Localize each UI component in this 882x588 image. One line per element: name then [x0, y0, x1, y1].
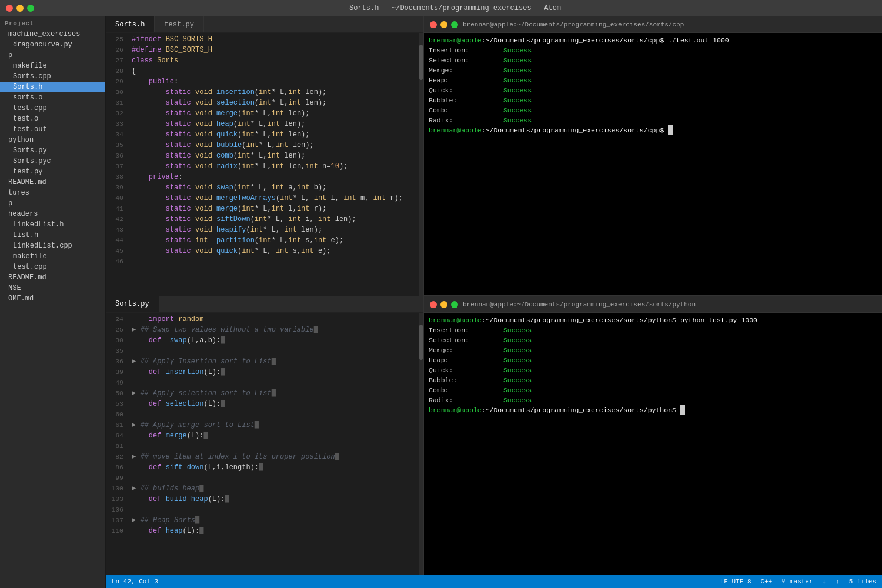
terminal-cpp-title: brennan@apple:~/Documents/programming_ex… — [463, 21, 876, 28]
window-title: Sorts.h — ~/Documents/programming_exerci… — [34, 4, 876, 12]
sortsh-tab-bar: Sorts.h test.py — [106, 16, 423, 33]
term-py-close[interactable] — [430, 301, 437, 308]
terminal-python-header: brennan@apple:~/Documents/programming_ex… — [424, 296, 882, 313]
project-header: Project — [0, 16, 105, 29]
term-minimize[interactable] — [440, 21, 447, 28]
sidebar-item-testcpp2[interactable]: test.cpp — [0, 262, 105, 272]
status-files: 5 files — [849, 578, 876, 585]
sortsh-code[interactable]: #ifndef BSC_SORTS_H #define BSC_SORTS_H … — [128, 33, 419, 296]
sidebar-item-testpy[interactable]: test.py — [0, 166, 105, 177]
scrollbar-sortsh[interactable] — [419, 33, 423, 296]
sidebar-item-nse[interactable]: NSE — [0, 283, 105, 293]
terminal-cpp-body[interactable]: brennan@apple:~/Documents/programming_ex… — [424, 33, 882, 138]
sidebar-item-testout[interactable]: test.out — [0, 124, 105, 135]
sidebar: Project machine_exercises dragoncurve.py… — [0, 16, 106, 588]
terminal-cpp: brennan@apple:~/Documents/programming_ex… — [424, 16, 882, 296]
status-position: Ln 42, Col 3 — [112, 578, 158, 585]
terminal-cpp-traffic — [430, 21, 458, 28]
terminal-python-title: brennan@apple:~/Documents/programming_ex… — [463, 301, 876, 308]
term-maximize[interactable] — [451, 21, 458, 28]
status-bar: Ln 42, Col 3 LF UTF-8 C++ ⑂ master ↓ ↑ 5… — [106, 575, 882, 588]
top-bar: Sorts.h — ~/Documents/programming_exerci… — [0, 0, 882, 16]
sidebar-item-makefile2[interactable]: makefile — [0, 251, 105, 262]
sidebar-item-dragoncurve[interactable]: dragoncurve.py — [0, 39, 105, 50]
sidebar-item-testo[interactable]: test.o — [0, 113, 105, 124]
maximize-button[interactable] — [27, 5, 34, 12]
sidebar-item-python[interactable]: python — [0, 135, 105, 145]
sortspy-tab-bar: Sorts.py — [106, 296, 423, 313]
term-py-minimize[interactable] — [440, 301, 447, 308]
minimize-button[interactable] — [16, 5, 24, 12]
sidebar-item-sortsh[interactable]: Sorts.h — [0, 82, 105, 92]
scrollbar-sortspy[interactable] — [419, 313, 423, 576]
sidebar-item-machine-exercises[interactable]: machine_exercises — [0, 29, 105, 39]
tab-sortspy[interactable]: Sorts.py — [106, 296, 159, 312]
tab-testpy[interactable]: test.py — [155, 16, 203, 32]
terminal-cpp-header: brennan@apple:~/Documents/programming_ex… — [424, 16, 882, 33]
status-encoding: LF UTF-8 — [720, 578, 751, 585]
traffic-lights — [6, 5, 34, 12]
sidebar-item-readme2[interactable]: README.md — [0, 272, 105, 283]
terminal-python: brennan@apple:~/Documents/programming_ex… — [424, 296, 882, 575]
status-down-icon: ↓ — [823, 578, 827, 585]
status-right: LF UTF-8 C++ ⑂ master ↓ ↑ 5 files — [720, 578, 876, 585]
status-up-icon: ↑ — [836, 578, 840, 585]
sidebar-item-readmemd[interactable]: README.md — [0, 177, 105, 188]
sidebar-item-p2[interactable]: p — [0, 198, 105, 209]
sidebar-item-p1[interactable]: p — [0, 50, 105, 61]
terminal-python-body[interactable]: brennan@apple:~/Documents/programming_ex… — [424, 313, 882, 417]
sortspy-editor: 2425303536 3949505360 6164818286 9910010… — [106, 313, 423, 576]
sidebar-item-testcpp[interactable]: test.cpp — [0, 103, 105, 113]
close-button[interactable] — [6, 5, 13, 12]
sidebar-item-linkedlisth[interactable]: LinkedList.h — [0, 219, 105, 230]
term-py-maximize[interactable] — [451, 301, 458, 308]
tab-sortsh[interactable]: Sorts.h — [106, 16, 155, 32]
main-layout: Project machine_exercises dragoncurve.py… — [0, 16, 882, 588]
sortspy-code[interactable]: import random ► ## Swap two values witho… — [128, 313, 419, 576]
sidebar-item-headers[interactable]: headers — [0, 209, 105, 219]
status-branch[interactable]: ⑂ master — [781, 578, 813, 585]
sortsh-editor: 2526272829 3031323334 3536373839 4041424… — [106, 33, 423, 296]
sidebar-item-sortso[interactable]: sorts.o — [0, 92, 105, 103]
terminal-area: brennan@apple:~/Documents/programming_ex… — [423, 16, 882, 575]
terminal-python-traffic — [430, 301, 458, 308]
term-close[interactable] — [430, 21, 437, 28]
line-numbers-sortspy: 2425303536 3949505360 6164818286 9910010… — [106, 313, 128, 576]
sidebar-item-listh[interactable]: List.h — [0, 230, 105, 240]
sidebar-item-sortspyc[interactable]: Sorts.pyc — [0, 156, 105, 166]
sidebar-item-linkedlistcpp[interactable]: LinkedList.cpp — [0, 240, 105, 251]
status-language: C++ — [761, 578, 773, 585]
sidebar-item-makefile1[interactable]: makefile — [0, 61, 105, 71]
line-numbers-sortsh: 2526272829 3031323334 3536373839 4041424… — [106, 33, 128, 296]
sidebar-item-tures[interactable]: tures — [0, 188, 105, 198]
sidebar-item-omemd[interactable]: OME.md — [0, 293, 105, 304]
sidebar-item-sortscpp[interactable]: Sorts.cpp — [0, 71, 105, 82]
sidebar-item-sortspy[interactable]: Sorts.py — [0, 145, 105, 156]
content-area: Sorts.h test.py 2526272829 3031323334 35… — [106, 16, 882, 588]
